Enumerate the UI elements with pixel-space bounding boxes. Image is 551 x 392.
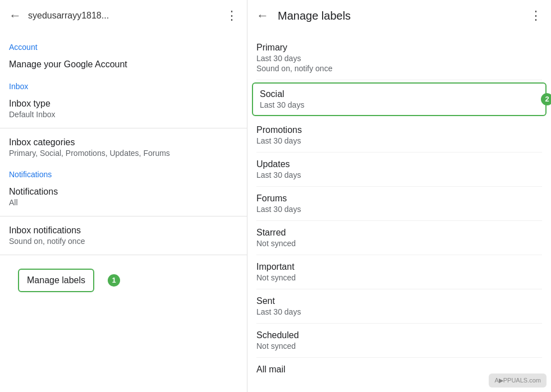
label-item[interactable]: PromotionsLast 30 days [247,118,551,152]
label-item-highlighted[interactable]: SocialLast 30 days2 [252,82,547,116]
settings-item[interactable]: Manage your Google Account [0,54,247,75]
manage-labels-button[interactable]: Manage labels [18,269,94,292]
label-subtitle: Last 30 days [256,170,542,179]
item-title: Notifications [9,187,238,197]
item-subtitle: Sound on, notify once [9,237,238,246]
account-email: syedusarrayy1818... [28,11,226,21]
label-name: Important [256,262,542,272]
label-subtitle: Not synced [256,342,542,351]
section-header: Inbox [0,75,247,93]
item-subtitle: All [9,198,238,207]
label-item[interactable]: ImportantNot synced [247,255,551,289]
divider [0,216,247,216]
left-header: ← syedusarrayy1818... ⋮ [0,0,247,31]
label-name: Sent [256,296,542,306]
label-name: Promotions [256,125,542,135]
label-subtitle: Last 30 days [256,136,542,145]
label-name: Starred [256,228,542,238]
divider [0,128,247,128]
label-name: Forums [256,193,542,204]
right-back-icon[interactable]: ← [256,8,269,23]
divider [0,255,247,255]
label-item[interactable]: PrimaryLast 30 daysSound on, notify once [247,36,551,80]
label-subtitle: Last 30 days [260,100,539,109]
left-panel: ← syedusarrayy1818... ⋮ AccountManage yo… [0,0,247,392]
settings-item[interactable]: Inbox categoriesPrimary, Social, Promoti… [0,132,247,163]
right-panel-title: Manage labels [278,10,530,22]
item-subtitle: Primary, Social, Promotions, Updates, Fo… [9,149,238,158]
right-panel: ← Manage labels ⋮ PrimaryLast 30 daysSou… [247,0,551,392]
label-name: Scheduled [256,330,542,340]
right-header: ← Manage labels ⋮ [247,0,551,31]
right-more-icon[interactable]: ⋮ [530,8,542,23]
label-item[interactable]: UpdatesLast 30 days [247,153,551,186]
item-title: Inbox categories [9,137,238,147]
step2-badge: 2 [541,93,551,105]
label-subtitle: Not synced [256,239,542,248]
left-more-icon[interactable]: ⋮ [226,8,238,23]
label-name: Updates [256,159,542,169]
settings-item[interactable]: NotificationsAll [0,181,247,213]
item-title: Inbox type [9,99,238,109]
right-content: PrimaryLast 30 daysSound on, notify once… [247,31,551,392]
label-name: Social [260,89,539,99]
label-subtitle: Last 30 days [256,54,542,63]
item-title: Inbox notifications [9,225,238,236]
settings-item[interactable]: Inbox notificationsSound on, notify once [0,220,247,251]
label-subtitle: Last 30 days [256,205,542,214]
label-name: Primary [256,43,542,53]
label-subtitle: Last 30 days [256,307,542,316]
left-back-icon[interactable]: ← [9,8,21,23]
left-content: AccountManage your Google AccountInboxIn… [0,31,247,392]
label-item[interactable]: StarredNot synced [247,221,551,255]
label-subtitle2: Sound on, notify once [256,64,542,73]
label-item[interactable]: ScheduledNot synced [247,324,551,357]
section-header: Notifications [0,163,247,181]
item-subtitle: Default Inbox [9,110,238,119]
label-subtitle: Not synced [256,273,542,282]
step1-badge: 1 [108,274,120,287]
label-divider [256,80,542,80]
settings-item[interactable]: Inbox typeDefault Inbox [0,93,247,124]
manage-labels-label: Manage labels [27,275,85,285]
watermark: A▶PPUALS.com [489,373,547,388]
label-item[interactable]: SentLast 30 days [247,289,551,323]
section-header: Account [0,36,247,54]
label-item[interactable]: ForumsLast 30 days [247,187,551,220]
item-title: Manage your Google Account [9,59,238,70]
